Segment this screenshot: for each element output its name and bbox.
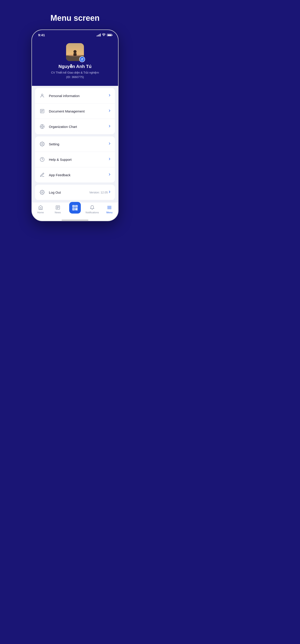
menu-card-group3: Log Out Version: 12.05: [35, 185, 115, 200]
chevron-icon: [108, 124, 111, 129]
menu-item-log-out[interactable]: Log Out Version: 12.05: [35, 185, 115, 200]
org-icon: [39, 123, 46, 130]
wifi-icon: [102, 33, 106, 37]
menu-item-organization-chart[interactable]: Organization Chart: [35, 119, 115, 134]
chevron-icon: [108, 190, 111, 194]
user-role: CV Thiết kế Giao diện & Trải nghiệm (ID:…: [51, 70, 99, 79]
chevron-icon: [108, 157, 111, 162]
phone-shell: 9:41: [31, 30, 119, 221]
nav-item-menu[interactable]: Menu: [103, 204, 116, 214]
nav-label-menu: Menu: [107, 211, 113, 214]
battery-icon: [107, 34, 112, 36]
svg-point-11: [41, 126, 43, 127]
menu-item-personal-information[interactable]: Personal information: [35, 88, 115, 104]
edit-avatar-button[interactable]: [79, 56, 85, 62]
document-icon: [39, 108, 46, 115]
bell-icon: [89, 204, 95, 210]
menu-label-help-support: Help & Support: [49, 158, 108, 162]
signal-icon: [97, 34, 101, 36]
menu-content: Personal information Docum: [32, 86, 118, 202]
help-icon: [39, 156, 46, 163]
chevron-icon: [108, 109, 111, 113]
avatar-container: [66, 43, 84, 61]
svg-rect-4: [73, 53, 77, 56]
chevron-icon: [108, 94, 111, 98]
menu-item-document-management[interactable]: Document Management: [35, 104, 115, 119]
nav-item-qr[interactable]: [68, 205, 82, 214]
svg-point-5: [41, 94, 43, 96]
svg-point-17: [40, 158, 44, 162]
status-bar: 9:41: [32, 30, 118, 39]
user-name: Nguyễn Anh Tú: [58, 64, 92, 69]
page-title: Menu screen: [50, 14, 100, 23]
nav-label-news: News: [55, 211, 61, 214]
menu-card-group2: Setting Help & Support: [35, 136, 115, 182]
menu-card-group1: Personal information Docum: [35, 88, 115, 134]
person-icon: [39, 92, 46, 99]
svg-rect-31: [73, 206, 74, 206]
menu-label-personal-information: Personal information: [49, 94, 108, 98]
profile-header: Nguyễn Anh Tú CV Thiết kế Giao diện & Tr…: [32, 39, 118, 86]
menu-icon: [107, 204, 112, 210]
svg-rect-32: [76, 206, 77, 206]
home-icon: [38, 204, 43, 210]
svg-point-3: [73, 50, 77, 53]
chevron-icon: [108, 173, 111, 177]
qr-button[interactable]: [69, 202, 81, 214]
nav-label-home: Home: [37, 211, 44, 214]
menu-label-log-out: Log Out: [49, 190, 88, 194]
status-icons: [97, 33, 112, 37]
logout-gear-icon: [39, 189, 46, 196]
menu-label-setting: Setting: [49, 142, 108, 146]
status-time: 9:41: [38, 33, 45, 37]
nav-label-notifications: Notifications: [86, 211, 99, 214]
chevron-icon: [108, 142, 111, 146]
menu-item-app-feedback[interactable]: App Feedback: [35, 167, 115, 182]
svg-point-16: [41, 143, 43, 145]
svg-rect-33: [73, 209, 74, 210]
pencil-icon: [39, 171, 46, 178]
menu-label-document-management: Document Management: [49, 109, 108, 113]
nav-item-home[interactable]: Home: [34, 204, 47, 214]
menu-label-app-feedback: App Feedback: [49, 173, 108, 177]
svg-rect-30: [77, 210, 77, 210]
svg-point-19: [41, 192, 43, 193]
home-indicator: [62, 220, 88, 221]
svg-rect-29: [75, 210, 76, 210]
bottom-nav: Home News: [32, 202, 118, 218]
svg-rect-28: [77, 208, 77, 209]
svg-rect-27: [75, 208, 76, 209]
version-label: Version: 12.05: [89, 191, 108, 194]
nav-item-notifications[interactable]: Notifications: [86, 204, 99, 214]
menu-label-organization-chart: Organization Chart: [49, 125, 108, 128]
menu-item-help-support[interactable]: Help & Support: [35, 152, 115, 167]
gear-icon: [39, 140, 46, 148]
nav-item-news[interactable]: News: [51, 204, 64, 214]
menu-item-setting[interactable]: Setting: [35, 136, 115, 152]
news-icon: [55, 204, 61, 210]
